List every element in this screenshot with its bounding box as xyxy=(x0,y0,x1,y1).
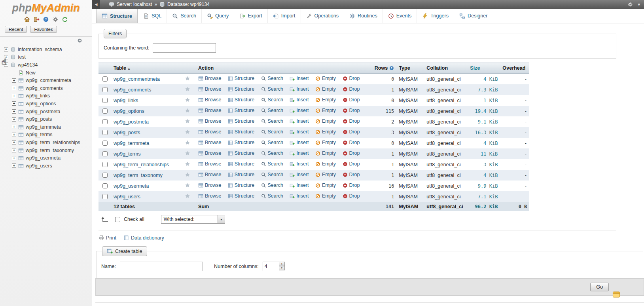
tree-item-wp9g_commentmeta[interactable]: +wp9g_commentmeta xyxy=(0,76,92,84)
chevron-down-icon[interactable]: ▾ xyxy=(638,2,640,7)
insert-link[interactable]: Insert xyxy=(290,150,309,156)
tab-triggers[interactable]: Triggers xyxy=(417,9,454,23)
expand-icon[interactable]: + xyxy=(12,163,16,168)
tree-item-label[interactable]: wp9g_postmeta xyxy=(26,109,60,114)
expand-icon[interactable]: + xyxy=(12,94,16,98)
structure-link[interactable]: Structure xyxy=(228,140,254,145)
empty-link[interactable]: Empty xyxy=(315,129,336,135)
search-link[interactable]: Search xyxy=(261,97,283,103)
search-link[interactable]: Search xyxy=(261,108,283,113)
tree-item-label[interactable]: wp49134 xyxy=(18,62,38,68)
columns-count-input[interactable] xyxy=(263,262,279,271)
drop-link[interactable]: Drop xyxy=(343,182,360,188)
tree-item-label[interactable]: wp9g_term_taxonomy xyxy=(26,148,74,153)
table-name-link[interactable]: wp9g_term_relationships xyxy=(114,162,169,167)
browse-link[interactable]: Browse xyxy=(198,97,221,103)
tree-item-wp9g_options[interactable]: +wp9g_options xyxy=(0,100,92,108)
favorite-star-icon[interactable] xyxy=(185,129,190,135)
tree-item-label[interactable]: wp9g_term_relationships xyxy=(26,140,80,145)
table-name-link[interactable]: wp9g_terms xyxy=(114,151,141,157)
go-button[interactable]: Go xyxy=(590,283,609,291)
tree-item-wp9g_termmeta[interactable]: +wp9g_termmeta xyxy=(0,123,92,131)
expand-icon[interactable]: + xyxy=(12,125,16,129)
browse-link[interactable]: Browse xyxy=(198,86,221,92)
browse-link[interactable]: Browse xyxy=(198,193,221,199)
browse-link[interactable]: Browse xyxy=(198,161,221,167)
row-checkbox[interactable] xyxy=(102,76,108,82)
browse-link[interactable]: Browse xyxy=(198,108,221,113)
header-overhead[interactable]: Overhead xyxy=(500,63,529,74)
insert-link[interactable]: Insert xyxy=(290,129,309,135)
tree-item-label[interactable]: wp9g_comments xyxy=(26,86,63,91)
row-checkbox[interactable] xyxy=(102,183,108,188)
tree-item-wp49134[interactable]: −wp49134 xyxy=(0,61,92,69)
sidebar-collapse-button[interactable]: ◀ xyxy=(92,0,100,9)
drop-link[interactable]: Drop xyxy=(343,129,360,135)
favorite-star-icon[interactable] xyxy=(185,86,190,92)
drop-link[interactable]: Drop xyxy=(343,172,360,177)
drop-link[interactable]: Drop xyxy=(343,161,360,167)
expand-icon[interactable]: + xyxy=(12,140,16,144)
structure-link[interactable]: Structure xyxy=(228,76,254,81)
table-name-link[interactable]: wp9g_posts xyxy=(114,130,140,135)
empty-link[interactable]: Empty xyxy=(315,150,336,156)
expand-icon[interactable]: + xyxy=(12,109,16,114)
row-checkbox[interactable] xyxy=(102,87,108,92)
favorite-star-icon[interactable] xyxy=(185,97,190,103)
structure-link[interactable]: Structure xyxy=(228,129,254,135)
data-dictionary-link[interactable]: Data dictionary xyxy=(123,235,164,241)
table-name-link[interactable]: wp9g_term_taxonomy xyxy=(114,173,163,178)
favorites-button[interactable]: Favorites xyxy=(30,26,57,33)
tree-item-label[interactable]: wp9g_commentmeta xyxy=(26,78,71,83)
drop-link[interactable]: Drop xyxy=(343,108,360,113)
browse-link[interactable]: Browse xyxy=(198,140,221,145)
search-link[interactable]: Search xyxy=(261,118,283,124)
tab-structure[interactable]: Structure xyxy=(96,9,138,23)
preferences-gear-icon[interactable] xyxy=(627,2,633,7)
favorite-star-icon[interactable] xyxy=(185,182,190,188)
expand-icon[interactable]: + xyxy=(12,78,16,83)
row-checkbox[interactable] xyxy=(102,173,108,178)
expand-icon[interactable]: + xyxy=(12,156,16,160)
drop-link[interactable]: Drop xyxy=(343,118,360,124)
row-checkbox[interactable] xyxy=(102,98,108,103)
browse-link[interactable]: Browse xyxy=(198,182,221,188)
recent-button[interactable]: Recent xyxy=(5,26,27,33)
tree-item-New[interactable]: New xyxy=(0,69,92,77)
row-checkbox[interactable] xyxy=(102,162,108,167)
empty-link[interactable]: Empty xyxy=(315,97,336,103)
drop-link[interactable]: Drop xyxy=(343,193,360,199)
insert-link[interactable]: Insert xyxy=(290,193,309,199)
tree-item-label[interactable]: wp9g_links xyxy=(26,93,50,99)
empty-link[interactable]: Empty xyxy=(315,108,336,113)
collapse-all-icon[interactable] xyxy=(77,38,82,43)
row-checkbox[interactable] xyxy=(102,130,108,135)
search-link[interactable]: Search xyxy=(261,193,283,199)
table-name-link[interactable]: wp9g_comments xyxy=(114,87,151,93)
structure-link[interactable]: Structure xyxy=(228,172,254,177)
breadcrumb-database[interactable]: Database: wp49134 xyxy=(159,2,210,7)
search-link[interactable]: Search xyxy=(261,86,283,92)
table-name-link[interactable]: wp9g_links xyxy=(114,98,138,103)
expand-icon[interactable]: + xyxy=(12,133,16,137)
tree-item-label[interactable]: wp9g_usermeta xyxy=(26,155,61,161)
insert-link[interactable]: Insert xyxy=(290,182,309,188)
row-checkbox[interactable] xyxy=(102,119,108,124)
search-link[interactable]: Search xyxy=(261,172,283,177)
browse-link[interactable]: Browse xyxy=(198,172,221,177)
tree-item-label[interactable]: wp9g_terms xyxy=(26,132,53,137)
tab-events[interactable]: Events xyxy=(383,9,417,23)
insert-link[interactable]: Insert xyxy=(290,97,309,103)
spin-down-button[interactable]: ▼ xyxy=(279,266,285,270)
header-type[interactable]: Type xyxy=(396,63,424,74)
table-name-link[interactable]: wp9g_commentmeta xyxy=(114,76,160,82)
insert-link[interactable]: Insert xyxy=(290,76,309,81)
refresh-icon[interactable] xyxy=(62,16,68,23)
tree-item-label[interactable]: New xyxy=(26,70,36,76)
database-link[interactable]: Database: wp49134 xyxy=(167,2,210,7)
empty-link[interactable]: Empty xyxy=(315,172,336,177)
print-link[interactable]: Print xyxy=(98,235,116,241)
expand-icon[interactable]: + xyxy=(4,55,8,59)
tree-item-label[interactable]: wp9g_termmeta xyxy=(26,124,61,130)
structure-link[interactable]: Structure xyxy=(228,161,254,167)
